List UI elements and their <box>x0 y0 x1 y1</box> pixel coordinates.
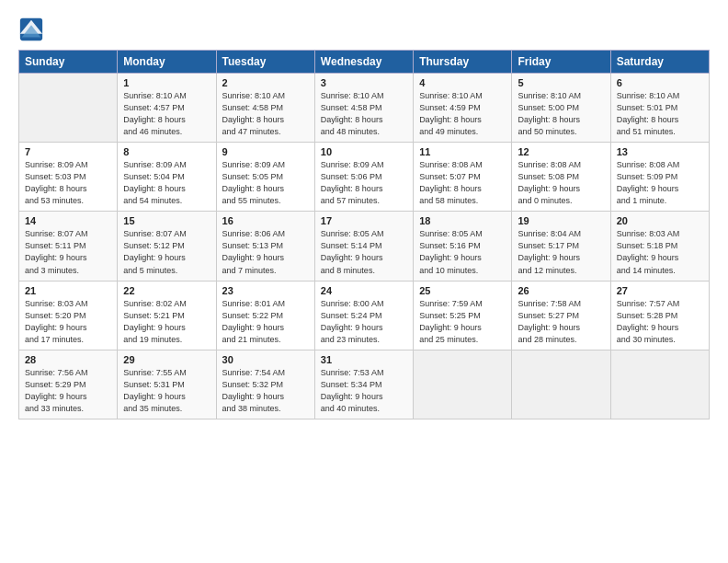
day-header-wednesday: Wednesday <box>314 51 413 74</box>
calendar-cell: 5Sunrise: 8:10 AM Sunset: 5:00 PM Daylig… <box>512 74 610 143</box>
day-info: Sunrise: 8:08 AM Sunset: 5:07 PM Dayligh… <box>419 159 506 207</box>
calendar-cell: 26Sunrise: 7:58 AM Sunset: 5:27 PM Dayli… <box>512 281 610 350</box>
calendar-cell: 8Sunrise: 8:09 AM Sunset: 5:04 PM Daylig… <box>118 143 216 212</box>
day-number: 20 <box>617 215 703 226</box>
day-info: Sunrise: 8:07 AM Sunset: 5:12 PM Dayligh… <box>123 228 210 276</box>
week-row-2: 14Sunrise: 8:07 AM Sunset: 5:11 PM Dayli… <box>19 212 710 281</box>
week-row-1: 7Sunrise: 8:09 AM Sunset: 5:03 PM Daylig… <box>19 143 710 212</box>
day-header-friday: Friday <box>512 51 610 74</box>
day-info: Sunrise: 8:01 AM Sunset: 5:22 PM Dayligh… <box>222 298 309 346</box>
day-number: 22 <box>123 285 210 296</box>
calendar-cell: 16Sunrise: 8:06 AM Sunset: 5:13 PM Dayli… <box>216 212 314 281</box>
day-number: 5 <box>518 77 604 88</box>
day-number: 12 <box>518 146 604 157</box>
day-number: 31 <box>321 354 407 365</box>
day-number: 2 <box>222 77 309 88</box>
day-number: 17 <box>321 215 407 226</box>
calendar-cell: 1Sunrise: 8:10 AM Sunset: 4:57 PM Daylig… <box>118 74 216 143</box>
day-number: 10 <box>321 146 407 157</box>
day-number: 18 <box>419 215 506 226</box>
calendar-cell <box>414 350 512 419</box>
day-info: Sunrise: 8:08 AM Sunset: 5:09 PM Dayligh… <box>617 159 703 207</box>
day-info: Sunrise: 8:03 AM Sunset: 5:18 PM Dayligh… <box>617 228 703 276</box>
calendar-cell: 7Sunrise: 8:09 AM Sunset: 5:03 PM Daylig… <box>19 143 118 212</box>
day-number: 9 <box>222 146 309 157</box>
day-info: Sunrise: 8:10 AM Sunset: 5:00 PM Dayligh… <box>518 90 604 138</box>
calendar-cell: 28Sunrise: 7:56 AM Sunset: 5:29 PM Dayli… <box>19 350 118 419</box>
calendar-cell: 17Sunrise: 8:05 AM Sunset: 5:14 PM Dayli… <box>314 212 413 281</box>
day-info: Sunrise: 8:03 AM Sunset: 5:20 PM Dayligh… <box>25 298 111 346</box>
day-info: Sunrise: 8:10 AM Sunset: 4:59 PM Dayligh… <box>419 90 506 138</box>
calendar-cell <box>19 74 118 143</box>
day-number: 4 <box>419 77 506 88</box>
calendar-cell: 31Sunrise: 7:53 AM Sunset: 5:34 PM Dayli… <box>314 350 413 419</box>
day-number: 27 <box>617 285 703 296</box>
day-info: Sunrise: 8:07 AM Sunset: 5:11 PM Dayligh… <box>25 228 111 276</box>
calendar-cell: 4Sunrise: 8:10 AM Sunset: 4:59 PM Daylig… <box>414 74 512 143</box>
calendar-cell: 2Sunrise: 8:10 AM Sunset: 4:58 PM Daylig… <box>216 74 314 143</box>
calendar-cell: 23Sunrise: 8:01 AM Sunset: 5:22 PM Dayli… <box>216 281 314 350</box>
day-info: Sunrise: 7:54 AM Sunset: 5:32 PM Dayligh… <box>222 367 309 415</box>
day-info: Sunrise: 8:09 AM Sunset: 5:06 PM Dayligh… <box>321 159 407 207</box>
calendar-cell: 19Sunrise: 8:04 AM Sunset: 5:17 PM Dayli… <box>512 212 610 281</box>
day-info: Sunrise: 7:53 AM Sunset: 5:34 PM Dayligh… <box>321 367 407 415</box>
day-info: Sunrise: 8:05 AM Sunset: 5:14 PM Dayligh… <box>321 228 407 276</box>
day-number: 30 <box>222 354 309 365</box>
day-info: Sunrise: 8:10 AM Sunset: 4:58 PM Dayligh… <box>222 90 309 138</box>
page: SundayMondayTuesdayWednesdayThursdayFrid… <box>0 0 728 563</box>
logo <box>18 17 48 42</box>
calendar-cell <box>610 350 709 419</box>
day-info: Sunrise: 8:09 AM Sunset: 5:04 PM Dayligh… <box>123 159 210 207</box>
day-header-sunday: Sunday <box>19 51 118 74</box>
calendar-cell: 22Sunrise: 8:02 AM Sunset: 5:21 PM Dayli… <box>118 281 216 350</box>
day-number: 7 <box>25 146 111 157</box>
day-number: 28 <box>25 354 111 365</box>
day-info: Sunrise: 8:06 AM Sunset: 5:13 PM Dayligh… <box>222 228 309 276</box>
calendar-cell: 9Sunrise: 8:09 AM Sunset: 5:05 PM Daylig… <box>216 143 314 212</box>
day-number: 16 <box>222 215 309 226</box>
day-info: Sunrise: 8:05 AM Sunset: 5:16 PM Dayligh… <box>419 228 506 276</box>
day-number: 25 <box>419 285 506 296</box>
calendar-cell: 10Sunrise: 8:09 AM Sunset: 5:06 PM Dayli… <box>314 143 413 212</box>
day-info: Sunrise: 7:59 AM Sunset: 5:25 PM Dayligh… <box>419 298 506 346</box>
day-info: Sunrise: 7:58 AM Sunset: 5:27 PM Dayligh… <box>518 298 604 346</box>
calendar-cell: 13Sunrise: 8:08 AM Sunset: 5:09 PM Dayli… <box>610 143 709 212</box>
calendar-cell: 24Sunrise: 8:00 AM Sunset: 5:24 PM Dayli… <box>314 281 413 350</box>
day-info: Sunrise: 8:08 AM Sunset: 5:08 PM Dayligh… <box>518 159 604 207</box>
day-number: 29 <box>123 354 210 365</box>
calendar-cell: 12Sunrise: 8:08 AM Sunset: 5:08 PM Dayli… <box>512 143 610 212</box>
day-number: 24 <box>321 285 407 296</box>
day-header-thursday: Thursday <box>414 51 512 74</box>
calendar-cell: 29Sunrise: 7:55 AM Sunset: 5:31 PM Dayli… <box>118 350 216 419</box>
days-header-row: SundayMondayTuesdayWednesdayThursdayFrid… <box>19 51 710 74</box>
calendar-cell: 15Sunrise: 8:07 AM Sunset: 5:12 PM Dayli… <box>118 212 216 281</box>
calendar-cell: 30Sunrise: 7:54 AM Sunset: 5:32 PM Dayli… <box>216 350 314 419</box>
calendar-cell: 20Sunrise: 8:03 AM Sunset: 5:18 PM Dayli… <box>610 212 709 281</box>
day-info: Sunrise: 7:57 AM Sunset: 5:28 PM Dayligh… <box>617 298 703 346</box>
day-number: 14 <box>25 215 111 226</box>
day-number: 23 <box>222 285 309 296</box>
week-row-3: 21Sunrise: 8:03 AM Sunset: 5:20 PM Dayli… <box>19 281 710 350</box>
calendar-table: SundayMondayTuesdayWednesdayThursdayFrid… <box>18 50 710 419</box>
day-header-monday: Monday <box>118 51 216 74</box>
day-info: Sunrise: 8:10 AM Sunset: 4:57 PM Dayligh… <box>123 90 210 138</box>
day-info: Sunrise: 8:09 AM Sunset: 5:05 PM Dayligh… <box>222 159 309 207</box>
calendar-cell: 21Sunrise: 8:03 AM Sunset: 5:20 PM Dayli… <box>19 281 118 350</box>
day-info: Sunrise: 7:56 AM Sunset: 5:29 PM Dayligh… <box>25 367 111 415</box>
day-number: 3 <box>321 77 407 88</box>
day-number: 13 <box>617 146 703 157</box>
calendar-cell: 6Sunrise: 8:10 AM Sunset: 5:01 PM Daylig… <box>610 74 709 143</box>
week-row-0: 1Sunrise: 8:10 AM Sunset: 4:57 PM Daylig… <box>19 74 710 143</box>
calendar-cell: 11Sunrise: 8:08 AM Sunset: 5:07 PM Dayli… <box>414 143 512 212</box>
logo-icon <box>18 17 44 42</box>
day-info: Sunrise: 8:00 AM Sunset: 5:24 PM Dayligh… <box>321 298 407 346</box>
calendar-cell: 14Sunrise: 8:07 AM Sunset: 5:11 PM Dayli… <box>19 212 118 281</box>
day-header-tuesday: Tuesday <box>216 51 314 74</box>
day-info: Sunrise: 8:02 AM Sunset: 5:21 PM Dayligh… <box>123 298 210 346</box>
day-number: 26 <box>518 285 604 296</box>
day-number: 19 <box>518 215 604 226</box>
header <box>18 17 710 42</box>
calendar-cell <box>512 350 610 419</box>
calendar-cell: 25Sunrise: 7:59 AM Sunset: 5:25 PM Dayli… <box>414 281 512 350</box>
day-info: Sunrise: 8:10 AM Sunset: 4:58 PM Dayligh… <box>321 90 407 138</box>
